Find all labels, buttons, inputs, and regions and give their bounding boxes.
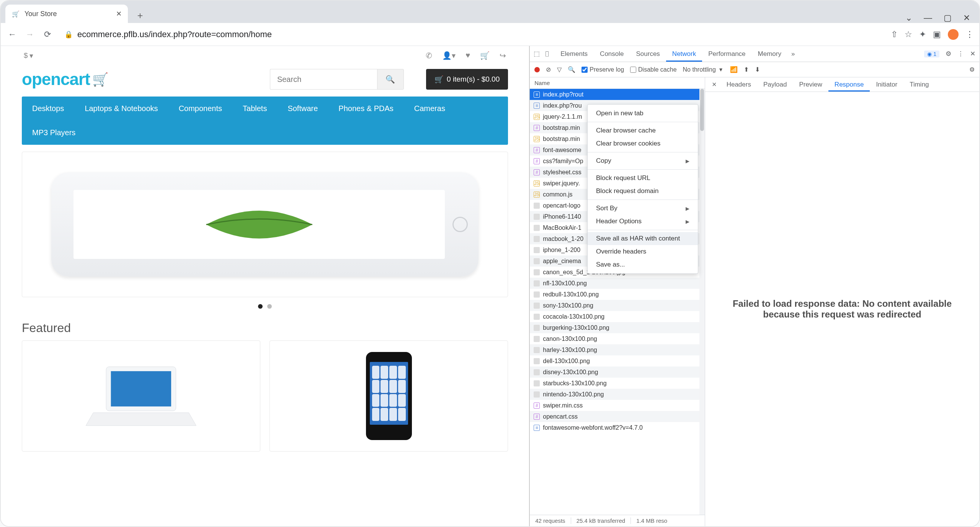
kebab-icon[interactable]: ⋮	[957, 50, 964, 58]
context-menu-item[interactable]: Sort By▶	[588, 202, 698, 215]
request-row[interactable]: nfl-130x100.png	[530, 278, 705, 289]
search-button[interactable]: 🔍	[377, 69, 404, 90]
scrollbar-thumb[interactable]	[700, 89, 704, 131]
slider-dot-1[interactable]	[258, 304, 263, 309]
wifi-icon[interactable]: 📶	[730, 66, 738, 73]
request-row[interactable]: sony-130x100.png	[530, 300, 705, 311]
phone-icon[interactable]: ✆	[426, 51, 432, 60]
nav-item[interactable]: Tablets	[232, 97, 277, 121]
nav-item[interactable]: Cameras	[404, 97, 456, 121]
close-devtools-icon[interactable]: ✕	[970, 50, 975, 58]
slider-dot-2[interactable]	[267, 304, 272, 309]
product-card-iphone[interactable]	[270, 340, 508, 452]
devtools-tab-memory[interactable]: Memory	[752, 46, 787, 62]
context-menu-item[interactable]: Open in new tab	[588, 107, 698, 120]
minimize-icon[interactable]: —	[924, 13, 932, 23]
nav-item[interactable]: Laptops & Notebooks	[74, 97, 168, 121]
context-menu-item[interactable]: Save as...	[588, 258, 698, 271]
upload-icon[interactable]: ⬆	[744, 66, 749, 73]
maximize-icon[interactable]: ▢	[944, 13, 952, 23]
css-file-icon: #	[534, 169, 540, 175]
detail-tab-timing[interactable]: Timing	[903, 78, 935, 92]
context-menu-item[interactable]: Header Options▶	[588, 215, 698, 228]
share-page-icon[interactable]: ↪	[500, 51, 506, 60]
nav-item[interactable]: Phones & PDAs	[328, 97, 403, 121]
browser-tab[interactable]: 🛒 Your Store ✕	[5, 5, 128, 23]
preserve-log-checkbox[interactable]: Preserve log	[581, 66, 624, 73]
extensions-icon[interactable]: ✦	[919, 29, 926, 39]
context-menu-item[interactable]: Copy▶	[588, 154, 698, 167]
nav-item[interactable]: MP3 Players	[22, 121, 86, 145]
more-tabs-icon[interactable]: »	[787, 50, 799, 58]
heart-icon[interactable]: ♥	[466, 51, 470, 60]
record-button[interactable]	[534, 67, 540, 72]
context-menu-item[interactable]: Clear browser cache	[588, 124, 698, 137]
cart-button[interactable]: 🛒 0 item(s) - $0.00	[426, 69, 508, 90]
new-tab-button[interactable]: ＋	[132, 8, 148, 23]
request-row[interactable]: ≡fontawesome-webfont.woff2?v=4.7.0	[530, 422, 705, 433]
back-button[interactable]: ←	[6, 28, 18, 41]
request-row[interactable]: dell-130x100.png	[530, 355, 705, 367]
device-icon[interactable]: ⌷	[545, 50, 549, 58]
product-card-macbook[interactable]	[22, 340, 260, 452]
request-row[interactable]: cocacola-130x100.png	[530, 311, 705, 322]
forward-button[interactable]: →	[24, 28, 36, 41]
address-bar[interactable]: 🔒 ecommerce.pflb.us/index.php?route=comm…	[59, 27, 885, 42]
cart-icon[interactable]: 🛒	[480, 51, 490, 60]
request-row[interactable]: canon-130x100.png	[530, 333, 705, 344]
profile-avatar[interactable]	[948, 29, 959, 40]
share-icon[interactable]: ⇧	[891, 29, 898, 39]
detail-tab-initiator[interactable]: Initiator	[870, 78, 903, 92]
context-menu-item[interactable]: Override headers	[588, 245, 698, 258]
download-icon[interactable]: ⬇	[755, 66, 760, 73]
context-menu-item[interactable]: Clear browser cookies	[588, 137, 698, 150]
chevron-down-icon[interactable]: ⌄	[905, 13, 912, 23]
devtools-tab-sources[interactable]: Sources	[630, 46, 666, 62]
name-column-header[interactable]: Name	[530, 77, 705, 89]
bookmark-icon[interactable]: ☆	[905, 29, 912, 39]
context-menu-item[interactable]: Block request domain	[588, 185, 698, 198]
currency-selector[interactable]: $▾	[24, 51, 33, 60]
context-menu-item[interactable]: Block request URL	[588, 172, 698, 185]
reload-button[interactable]: ⟳	[41, 28, 54, 41]
detail-tab-response[interactable]: Response	[828, 78, 870, 92]
search-icon[interactable]: 🔍	[568, 66, 575, 73]
search-input[interactable]	[270, 69, 377, 90]
request-row[interactable]: redbull-130x100.png	[530, 289, 705, 300]
issues-badge[interactable]: ◉ 1	[924, 51, 939, 57]
devtools-tab-console[interactable]: Console	[594, 46, 630, 62]
disable-cache-checkbox[interactable]: Disable cache	[630, 66, 677, 73]
side-panel-icon[interactable]: ▣	[933, 29, 941, 39]
request-row[interactable]: starbucks-130x100.png	[530, 378, 705, 389]
nav-item[interactable]: Software	[277, 97, 328, 121]
devtools-tab-network[interactable]: Network	[666, 46, 702, 62]
request-row[interactable]: burgerking-130x100.png	[530, 322, 705, 333]
detail-tab-headers[interactable]: Headers	[720, 78, 757, 92]
request-row[interactable]: #opencart.css	[530, 411, 705, 422]
gear-icon[interactable]: ⚙	[946, 50, 951, 58]
nav-item[interactable]: Components	[168, 97, 232, 121]
request-row[interactable]: nintendo-130x100.png	[530, 389, 705, 400]
kebab-icon[interactable]: ⋮	[965, 29, 974, 39]
devtools-tab-performance[interactable]: Performance	[702, 46, 751, 62]
request-row[interactable]: disney-130x100.png	[530, 367, 705, 378]
close-window-icon[interactable]: ✕	[963, 13, 970, 23]
inspect-icon[interactable]: ⬚	[534, 50, 540, 58]
close-detail-icon[interactable]: ×	[708, 80, 720, 89]
request-row[interactable]: ≡index.php?rout	[530, 89, 705, 100]
nav-item[interactable]: Desktops	[22, 97, 74, 121]
devtools-tab-elements[interactable]: Elements	[554, 46, 594, 62]
throttling-select[interactable]: No throttling ▾	[683, 66, 722, 73]
request-row[interactable]: #swiper.min.css	[530, 400, 705, 411]
gear-icon[interactable]: ⚙	[969, 66, 975, 73]
opencart-logo[interactable]: opencart 🛒	[22, 70, 108, 89]
clear-icon[interactable]: ⊘	[546, 66, 551, 73]
user-icon[interactable]: 👤▾	[442, 51, 456, 60]
detail-tab-preview[interactable]: Preview	[793, 78, 828, 92]
context-menu-item[interactable]: Save all as HAR with content	[588, 232, 698, 245]
request-row[interactable]: harley-130x100.png	[530, 344, 705, 355]
close-icon[interactable]: ✕	[116, 10, 122, 18]
filter-icon[interactable]: ▽	[557, 66, 562, 73]
hero-slider[interactable]	[22, 152, 508, 297]
detail-tab-payload[interactable]: Payload	[757, 78, 793, 92]
